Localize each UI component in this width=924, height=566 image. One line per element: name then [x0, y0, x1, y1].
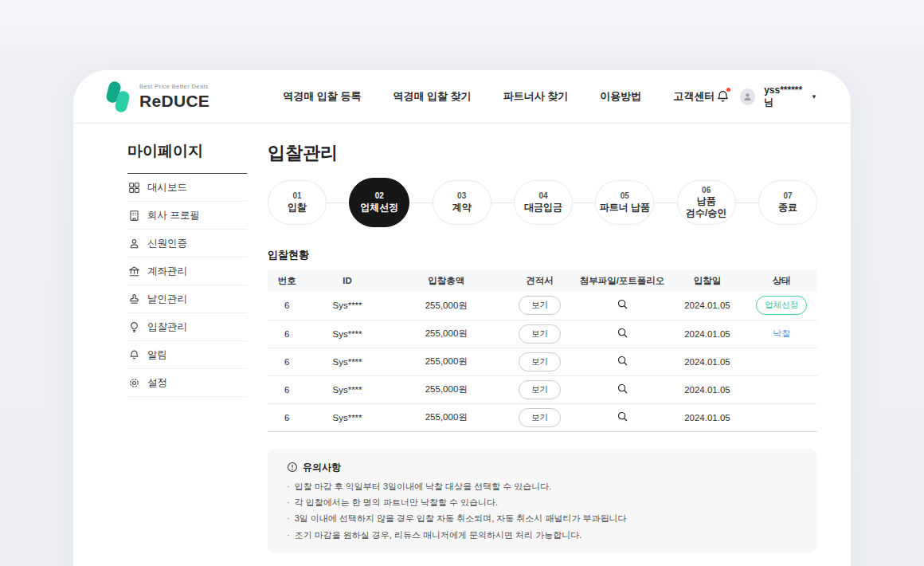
main-nav: 역경매 입찰 등록 역경매 입찰 찾기 파트너사 찾기 이용방법 고객센터: [283, 89, 715, 104]
search-attachment-icon[interactable]: [615, 353, 630, 371]
step-number: 02: [375, 191, 384, 202]
cell-date: 2024.01.05: [669, 320, 746, 348]
brand-name: ReDUCE: [139, 92, 209, 109]
notice-item: 조기 마감을 원하실 경우, 리듀스 매니저에게 문의하시면 처리 가능합니다.: [287, 527, 798, 543]
view-quote-button[interactable]: 보기: [519, 408, 561, 427]
sidebar-item-company-profile[interactable]: 회사 프로필: [127, 202, 247, 230]
cell-number: 6: [268, 292, 306, 320]
cell-amount: 255,000원: [389, 348, 504, 375]
table-header-row: 번호 ID 입찰총액 견적서 첨부파일/포트폴리오 입찰일 상태: [268, 269, 817, 292]
step-connector: [654, 202, 676, 203]
cell-date: 2024.01.05: [669, 403, 746, 431]
user-avatar[interactable]: [740, 88, 756, 105]
sidebar-item-dashboard[interactable]: 대시보드: [127, 174, 247, 202]
nav-item-find-bid[interactable]: 역경매 입찰 찾기: [393, 89, 471, 104]
notice-item: 3일 이내에 선택하지 않을 경우 입찰 자동 취소되며, 자동 취소시 패널티…: [287, 510, 798, 526]
user-menu[interactable]: yss******님 ▼: [764, 85, 817, 109]
search-attachment-icon[interactable]: [615, 297, 630, 314]
bid-status-section-title: 입찰현황: [268, 248, 817, 262]
nav-item-how-to-use[interactable]: 이용방법: [600, 89, 641, 104]
cell-number: 6: [268, 348, 306, 375]
cell-id: Sys****: [306, 320, 389, 348]
col-header-quote: 견적서: [504, 269, 576, 292]
table-row: 6 Sys**** 255,000원 보기 2024.01.05 낙찰: [268, 320, 817, 348]
cell-status-empty: [746, 375, 817, 403]
notice-item: 입찰 마감 후 익일부터 3일이내에 낙찰 대상을 선택할 수 있습니다.: [287, 478, 798, 494]
nav-item-register-bid[interactable]: 역경매 입찰 등록: [283, 89, 361, 104]
table-row: 6 Sys**** 255,000원 보기 2024.01.05 업체선정: [268, 292, 817, 320]
sidebar-item-label: 대시보드: [147, 181, 187, 195]
sidebar-item-account[interactable]: 계좌관리: [127, 257, 247, 285]
bid-status-table: 번호 ID 입찰총액 견적서 첨부파일/포트폴리오 입찰일 상태 6 Sys**…: [268, 269, 817, 432]
col-header-id: ID: [306, 269, 389, 292]
col-header-date: 입찰일: [669, 269, 746, 292]
notice-item: 각 입찰에서는 한 명의 파트너만 낙찰할 수 있습니다.: [287, 494, 798, 510]
sidebar-item-settings[interactable]: 설정: [127, 369, 247, 397]
bulb-icon: [127, 320, 140, 333]
step-label: 종료: [778, 202, 797, 214]
table-row: 6 Sys**** 255,000원 보기 2024.01.05: [268, 375, 817, 403]
bank-icon: [127, 265, 140, 277]
cell-number: 6: [268, 375, 306, 403]
identity-icon: [127, 237, 140, 250]
cell-id: Sys****: [306, 403, 389, 431]
step-connector: [327, 202, 349, 203]
col-header-status: 상태: [746, 269, 817, 292]
step-number: 03: [457, 191, 466, 202]
sidebar-item-seal[interactable]: 날인관리: [127, 285, 247, 313]
sidebar: 마이페이지 대시보드 회사 프로필: [127, 141, 247, 566]
step-number: 07: [783, 191, 792, 202]
header: Best Price Better Deals ReDUCE 역경매 입찰 등록…: [73, 70, 851, 124]
table-row: 6 Sys**** 255,000원 보기 2024.01.05: [268, 403, 817, 431]
cell-number: 6: [268, 403, 306, 431]
cell-id: Sys****: [306, 375, 389, 403]
search-attachment-icon[interactable]: [615, 381, 630, 399]
notice-box: 유의사항 입찰 마감 후 익일부터 3일이내에 낙찰 대상을 선택할 수 있습니…: [268, 449, 817, 553]
step-05-partner-delivery: 05 파트너 납품: [595, 180, 654, 225]
brand-logo[interactable]: Best Price Better Deals ReDUCE: [107, 80, 209, 113]
step-03-contract: 03 계약: [433, 180, 491, 225]
step-label: 업체선정: [360, 202, 398, 214]
status-badge[interactable]: 업체선정: [756, 296, 807, 315]
notification-bell-icon[interactable]: [715, 88, 730, 105]
cell-amount: 255,000원: [389, 375, 504, 403]
search-attachment-icon[interactable]: [615, 325, 630, 343]
col-header-amount: 입찰총액: [389, 269, 504, 292]
exclamation-circle-icon: [287, 462, 298, 473]
view-quote-button[interactable]: 보기: [519, 324, 561, 344]
step-label: 계약: [452, 202, 472, 214]
chevron-down-icon: ▼: [811, 93, 817, 100]
cell-amount: 255,000원: [389, 292, 504, 320]
cell-status-empty: [746, 348, 817, 375]
user-name-label: yss******님: [764, 85, 808, 109]
sidebar-item-label: 계좌관리: [147, 265, 187, 278]
cell-number: 6: [268, 320, 306, 348]
cell-date: 2024.01.05: [669, 375, 746, 403]
gear-icon: [127, 376, 140, 389]
search-attachment-icon[interactable]: [615, 409, 630, 426]
sidebar-item-label: 회사 프로필: [147, 209, 200, 222]
view-quote-button[interactable]: 보기: [519, 380, 561, 399]
step-number: 04: [538, 191, 547, 202]
step-label: 대금입금: [524, 202, 562, 214]
step-number: 06: [702, 186, 711, 196]
status-text[interactable]: 낙찰: [773, 328, 790, 338]
sidebar-item-label: 입찰관리: [147, 320, 187, 334]
app-card: Best Price Better Deals ReDUCE 역경매 입찰 등록…: [73, 70, 851, 566]
brand-tagline: Best Price Better Deals: [139, 84, 209, 90]
nav-item-find-partner[interactable]: 파트너사 찾기: [503, 89, 569, 104]
step-07-end: 07 종료: [758, 180, 817, 225]
step-connector: [491, 202, 514, 203]
cell-amount: 255,000원: [389, 403, 504, 431]
nav-item-customer-center[interactable]: 고객센터: [673, 89, 715, 104]
step-connector: [736, 202, 758, 203]
sidebar-item-bid-management[interactable]: 입찰관리: [127, 313, 247, 341]
notification-dot: [726, 88, 730, 92]
table-row: 6 Sys**** 255,000원 보기 2024.01.05: [268, 348, 817, 375]
sidebar-item-notifications[interactable]: 알림: [127, 341, 247, 369]
view-quote-button[interactable]: 보기: [519, 352, 561, 371]
stamp-icon: [127, 293, 140, 305]
sidebar-item-identity[interactable]: 신원인증: [127, 230, 247, 257]
bell-icon: [127, 348, 140, 361]
view-quote-button[interactable]: 보기: [519, 296, 561, 315]
